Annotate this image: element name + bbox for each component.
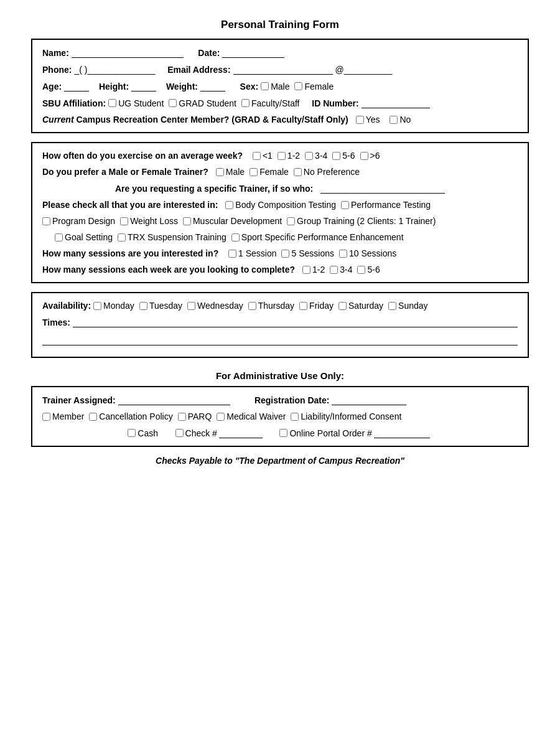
weight-loss-cb[interactable] (120, 217, 128, 225)
prog-design-cb[interactable] (42, 217, 50, 225)
cancellation-item[interactable]: Cancellation Policy (89, 411, 172, 421)
monday-cb[interactable] (93, 302, 101, 310)
email-underline (233, 64, 333, 75)
check-cb[interactable] (175, 429, 184, 437)
online-portal-cb[interactable] (279, 429, 287, 437)
female-checkbox-item[interactable]: Female (294, 82, 334, 92)
perf-testing-item[interactable]: Performance Testing (341, 200, 431, 210)
weekly-12-cb[interactable] (302, 266, 310, 274)
male-checkbox[interactable] (261, 82, 269, 90)
goal-setting-item[interactable]: Goal Setting (55, 232, 113, 242)
ex-56[interactable]: 5-6 (332, 151, 355, 161)
weekly-34[interactable]: 3-4 (330, 265, 352, 275)
member-item[interactable]: Member (42, 411, 84, 421)
session-1[interactable]: 1 Session (228, 248, 276, 258)
exercise-row: How often do you exercise on an average … (42, 151, 518, 161)
perf-testing-cb[interactable] (341, 201, 349, 209)
ex-12[interactable]: 1-2 (278, 151, 300, 161)
sunday-cb[interactable] (388, 302, 396, 310)
sport-perf-cb[interactable] (231, 233, 240, 242)
pref-female-cb[interactable] (250, 168, 258, 176)
ex-gt6-cb[interactable] (360, 152, 368, 160)
weekly-12[interactable]: 1-2 (302, 265, 325, 275)
sessions-row: How many sessions are you interested in?… (42, 248, 518, 258)
friday-item[interactable]: Friday (299, 301, 334, 311)
online-portal-item[interactable]: Online Portal Order # (279, 428, 429, 438)
yes-checkbox[interactable] (356, 116, 364, 124)
sport-perf-item[interactable]: Sport Specific Performance Enhancement (231, 232, 404, 242)
session-10[interactable]: 10 Sessions (339, 248, 396, 258)
ex-lt1-cb[interactable] (253, 152, 261, 160)
faculty-checkbox[interactable] (241, 99, 250, 107)
no-checkbox[interactable] (390, 116, 398, 124)
thursday-cb[interactable] (248, 302, 256, 310)
muscular-dev-cb[interactable] (183, 217, 191, 225)
pref-male-cb[interactable] (216, 168, 224, 176)
trx-item[interactable]: TRX Suspension Training (118, 232, 226, 242)
liability-cb[interactable] (291, 413, 299, 421)
trx-cb[interactable] (118, 233, 126, 242)
ex-34[interactable]: 3-4 (305, 151, 327, 161)
muscular-dev-item[interactable]: Muscular Development (183, 216, 282, 226)
ex-gt6[interactable]: >6 (360, 151, 380, 161)
ex-12-cb[interactable] (278, 152, 286, 160)
pref-nopref[interactable]: No Preference (294, 167, 360, 177)
parq-item[interactable]: PARQ (178, 411, 212, 421)
group-training-item[interactable]: Group Training (2 Clients: 1 Trainer) (287, 216, 436, 226)
no-checkbox-item[interactable]: No (390, 115, 411, 125)
saturday-item[interactable]: Saturday (338, 301, 383, 311)
member-cb[interactable] (42, 413, 50, 421)
grad-checkbox[interactable] (169, 99, 177, 107)
wednesday-item[interactable]: Wednesday (187, 301, 243, 311)
trainer-assigned-label: Trainer Assigned: (42, 395, 116, 405)
weight-underline (200, 81, 225, 92)
weekly-56[interactable]: 5-6 (357, 265, 380, 275)
ex-lt1[interactable]: <1 (253, 151, 273, 161)
cash-item[interactable]: Cash (128, 428, 158, 438)
yes-checkbox-item[interactable]: Yes (356, 115, 380, 125)
wednesday-cb[interactable] (187, 302, 195, 310)
reg-date-underline (332, 395, 406, 405)
pref-nopref-cb[interactable] (294, 168, 302, 176)
prog-design-item[interactable]: Program Design (42, 216, 115, 226)
specific-trainer-underline (320, 183, 445, 194)
medical-waiver-cb[interactable] (217, 413, 225, 421)
cancellation-cb[interactable] (89, 413, 97, 421)
saturday-cb[interactable] (338, 302, 347, 310)
pref-female[interactable]: Female (250, 167, 289, 177)
cash-cb[interactable] (128, 429, 136, 437)
yes-label: Yes (366, 115, 380, 125)
sunday-item[interactable]: Sunday (388, 301, 427, 311)
male-checkbox-item[interactable]: Male (261, 82, 289, 92)
thursday-item[interactable]: Thursday (248, 301, 294, 311)
ex-56-cb[interactable] (332, 152, 340, 160)
pref-male[interactable]: Male (216, 167, 245, 177)
body-comp-item[interactable]: Body Composition Testing (225, 200, 336, 210)
check-item[interactable]: Check # (175, 428, 263, 438)
ug-checkbox-item[interactable]: UG Student (108, 98, 164, 108)
tuesday-item[interactable]: Tuesday (139, 301, 182, 311)
parq-cb[interactable] (178, 413, 186, 421)
ug-checkbox[interactable] (108, 99, 116, 107)
exercise-question: How often do you exercise on an average … (42, 151, 243, 161)
session-10-cb[interactable] (339, 250, 347, 258)
weight-loss-item[interactable]: Weight Loss (120, 216, 178, 226)
body-comp-cb[interactable] (225, 201, 233, 209)
faculty-label: Faculty/Staff (251, 98, 300, 108)
ex-34-cb[interactable] (305, 152, 313, 160)
liability-item[interactable]: Liability/Informed Consent (291, 411, 401, 421)
weekly-56-cb[interactable] (357, 266, 365, 274)
monday-item[interactable]: Monday (93, 301, 134, 311)
goal-setting-cb[interactable] (55, 233, 63, 242)
friday-cb[interactable] (299, 302, 307, 310)
session-5-cb[interactable] (281, 250, 289, 258)
group-training-cb[interactable] (287, 217, 295, 225)
faculty-checkbox-item[interactable]: Faculty/Staff (241, 98, 300, 108)
medical-waiver-item[interactable]: Medical Waiver (217, 411, 286, 421)
female-checkbox[interactable] (294, 82, 302, 90)
tuesday-cb[interactable] (139, 302, 147, 310)
session-1-cb[interactable] (228, 250, 236, 258)
grad-checkbox-item[interactable]: GRAD Student (169, 98, 236, 108)
weekly-34-cb[interactable] (330, 266, 338, 274)
session-5[interactable]: 5 Sessions (281, 248, 334, 258)
